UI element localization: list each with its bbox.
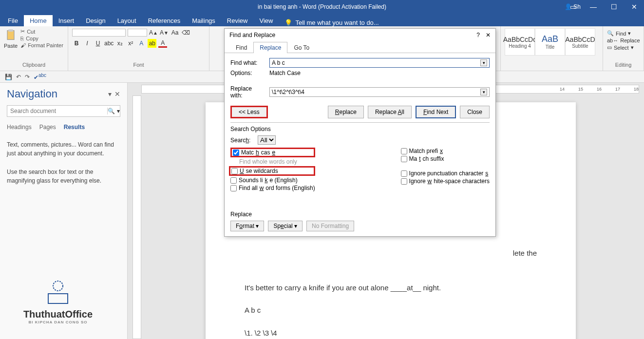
tab-insert[interactable]: Insert xyxy=(53,15,80,26)
tab-home[interactable]: Home xyxy=(24,15,53,26)
spelling-icon[interactable]: ✔abc xyxy=(34,73,46,81)
find-what-label: Find what: xyxy=(230,59,265,66)
replace-all-btn[interactable]: Replace All xyxy=(368,106,412,118)
wildcards-checkbox[interactable]: Use wildcards xyxy=(229,166,315,176)
nav-close-icon[interactable]: ✕ xyxy=(114,90,120,98)
chevron-down-icon[interactable]: ▾ xyxy=(480,59,487,66)
chevron-down-icon[interactable]: ▾ xyxy=(480,89,487,95)
select-button[interactable]: ▭ Select ▾ xyxy=(607,44,640,51)
find-replace-dialog: Find and Replace ? ✕ Find Replace Go To … xyxy=(224,28,496,237)
font-size-combo[interactable] xyxy=(128,29,147,37)
no-formatting-button: No Formatting xyxy=(306,221,354,231)
nav-help-1: Text, comments, pictures... Word can fin… xyxy=(7,140,120,158)
nav-tab-pages[interactable]: Pages xyxy=(39,124,56,131)
undo-icon[interactable]: ↶ xyxy=(16,74,21,80)
font-group-label: Font xyxy=(72,61,205,69)
maximize-icon[interactable]: ☐ xyxy=(604,3,624,11)
dlg-tab-goto[interactable]: Go To xyxy=(287,42,316,53)
close-icon[interactable]: ✕ xyxy=(625,3,644,11)
strike-icon[interactable]: abc xyxy=(104,39,114,48)
redo-icon[interactable]: ↷ xyxy=(25,74,30,80)
tell-me[interactable]: 💡 Tell me what you want to do... xyxy=(284,19,379,26)
dialog-title: Find and Replace xyxy=(229,32,275,38)
svg-point-2 xyxy=(53,281,63,291)
tab-review[interactable]: Review xyxy=(221,15,254,26)
dlg-tab-replace[interactable]: Replace xyxy=(253,42,287,53)
nav-dropdown-icon[interactable]: ▾ xyxy=(108,90,112,98)
find-next-btn[interactable]: Find Next xyxy=(416,106,456,118)
match-suffix-checkbox[interactable]: Match suffix xyxy=(401,155,490,162)
replace-with-input[interactable]: \1^t\2^t\3^t\4▾ xyxy=(269,87,490,97)
ignore-whitespace-checkbox[interactable]: Ignore white-space characters xyxy=(401,178,490,185)
dlg-tab-find[interactable]: Find xyxy=(229,42,253,53)
svg-rect-3 xyxy=(48,294,68,303)
tab-references[interactable]: References xyxy=(142,15,186,26)
search-icon[interactable]: 🔍 ▾ xyxy=(107,108,120,114)
change-case-icon[interactable]: Aa xyxy=(170,28,179,37)
whole-words-checkbox: Find whole words only xyxy=(230,158,315,165)
style-subtitle[interactable]: AaBbCcDSubtitle xyxy=(565,28,595,56)
window-title: in bai tieng anh - Word (Product Activat… xyxy=(258,3,386,10)
superscript-icon[interactable]: x² xyxy=(126,39,135,48)
find-what-input[interactable]: A b c▾ xyxy=(269,58,490,68)
format-button[interactable]: Format ▾ xyxy=(230,221,264,231)
search-label: Search: xyxy=(230,137,254,144)
special-button[interactable]: Special ▾ xyxy=(268,221,303,231)
underline-icon[interactable]: U xyxy=(94,39,102,48)
ignore-punct-checkbox[interactable]: Ignore punctuation characters xyxy=(401,170,490,177)
italic-icon[interactable]: I xyxy=(83,39,92,48)
search-input[interactable] xyxy=(7,106,107,116)
ribbon-tabs: File Home Insert Design Layout Reference… xyxy=(0,14,644,26)
copy-button[interactable]: ⎘ Copy xyxy=(20,36,63,41)
match-case-checkbox[interactable]: Match case xyxy=(230,148,315,157)
nav-tab-headings[interactable]: Headings xyxy=(7,124,32,131)
bold-icon[interactable]: B xyxy=(72,39,81,48)
options-value: Match Case xyxy=(269,70,301,76)
minimize-icon[interactable]: — xyxy=(584,3,603,11)
tab-file[interactable]: File xyxy=(2,15,24,26)
replace-btn[interactable]: Replace xyxy=(328,106,364,118)
title-bar: in bai tieng anh - Word (Product Activat… xyxy=(0,0,644,14)
vertical-ruler[interactable] xyxy=(133,95,141,339)
watermark-logo: ThuthuatOffice BI KIPCHA DAN CONG SO xyxy=(7,277,109,324)
clear-format-icon[interactable]: ⌫ xyxy=(181,28,190,37)
nav-search[interactable]: 🔍 ▾ xyxy=(7,105,120,117)
replace-section-label: Replace xyxy=(230,211,490,218)
search-direction[interactable]: All xyxy=(258,135,276,145)
format-painter-button[interactable]: 🖌 Format Painter xyxy=(20,42,63,48)
font-color-icon[interactable]: A xyxy=(158,39,167,48)
help-icon[interactable]: ? xyxy=(476,32,480,38)
subscript-icon[interactable]: x₂ xyxy=(115,39,124,48)
ribbon-options-icon[interactable]: ▭ xyxy=(563,3,583,11)
decrease-font-icon[interactable]: A▼ xyxy=(160,28,169,37)
sounds-like-checkbox[interactable]: Sounds like (English) xyxy=(230,177,315,184)
tab-mailings[interactable]: Mailings xyxy=(186,15,221,26)
style-heading4[interactable]: AaBbCcDcHeading 4 xyxy=(505,28,535,56)
replace-button[interactable]: ab↔ Replace xyxy=(607,38,640,43)
cut-button[interactable]: ✂ Cut xyxy=(20,28,63,35)
nav-help-2: Use the search box for text or the magni… xyxy=(7,168,120,185)
match-prefix-checkbox[interactable]: Match prefix xyxy=(401,148,490,154)
close-btn[interactable]: Close xyxy=(460,106,490,118)
replace-with-label: Replace with: xyxy=(230,85,265,99)
editing-label: Editing xyxy=(607,61,640,69)
font-name-combo[interactable] xyxy=(72,29,126,37)
find-button[interactable]: 🔍 Find ▾ xyxy=(607,30,640,37)
word-forms-checkbox[interactable]: Find all word forms (English) xyxy=(230,185,315,191)
style-title[interactable]: AaBTitle xyxy=(535,28,565,56)
tab-layout[interactable]: Layout xyxy=(112,15,142,26)
increase-font-icon[interactable]: A▲ xyxy=(149,28,158,37)
clipboard-label: Clipboard xyxy=(4,61,64,69)
svg-rect-0 xyxy=(7,31,14,40)
nav-tab-results[interactable]: Results xyxy=(64,124,85,131)
save-icon[interactable]: 💾 xyxy=(5,74,12,80)
svg-rect-1 xyxy=(8,29,13,32)
less-button[interactable]: << Less xyxy=(230,106,268,118)
search-options-label: Search Options xyxy=(230,122,490,132)
text-effects-icon[interactable]: A xyxy=(137,39,146,48)
tab-view[interactable]: View xyxy=(253,15,279,26)
paste-button[interactable]: Paste xyxy=(4,28,18,49)
highlight-icon[interactable]: ab xyxy=(148,39,156,48)
tab-design[interactable]: Design xyxy=(80,15,111,26)
dialog-close-icon[interactable]: ✕ xyxy=(486,32,491,38)
